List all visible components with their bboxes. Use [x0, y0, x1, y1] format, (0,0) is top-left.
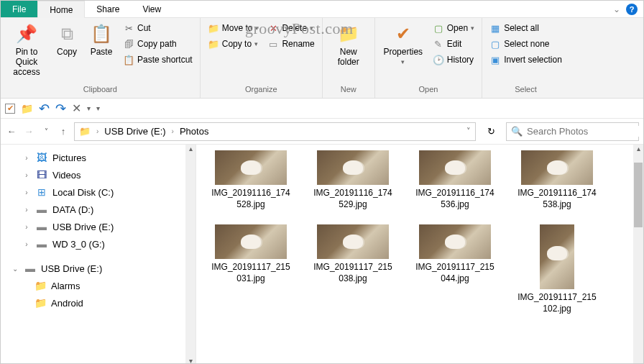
select-none-icon: ▢	[489, 38, 501, 50]
help-icon[interactable]: ?	[626, 4, 638, 15]
nav-item-label: Local Disk (C:)	[52, 187, 114, 198]
new-folder-button[interactable]: 📁 New folder	[327, 21, 370, 68]
qat-customize-icon[interactable]: ▾	[96, 104, 100, 112]
group-clipboard-label: Clipboard	[5, 83, 196, 95]
nav-item[interactable]: ›🎞Videos	[2, 166, 194, 183]
file-item[interactable]: IMG_20191116_174538.jpg	[517, 150, 597, 210]
nav-item[interactable]: ›▬DATA (D:)	[2, 201, 194, 218]
select-all-button[interactable]: ▦ Select all	[487, 21, 565, 35]
qat-redo-icon[interactable]: ↷	[55, 101, 66, 117]
file-item[interactable]: IMG_20191117_215044.jpg	[415, 224, 495, 314]
address-dropdown-icon[interactable]: ˅	[466, 127, 471, 136]
collapse-ribbon-icon[interactable]: ⌄	[613, 4, 620, 14]
nav-scrollbar[interactable]: ▴ ▾	[185, 145, 196, 364]
breadcrumb-drive[interactable]: USB Drive (E:)	[104, 126, 165, 137]
paste-label: Paste	[91, 47, 113, 57]
invert-label: Invert selection	[504, 55, 562, 65]
expand-icon[interactable]: ›	[22, 206, 31, 214]
chevron-right-icon[interactable]: ›	[96, 127, 98, 135]
search-input[interactable]	[527, 126, 644, 137]
tab-home[interactable]: Home	[37, 1, 85, 18]
expand-icon[interactable]: ›	[22, 223, 31, 231]
rename-label: Rename	[282, 39, 314, 49]
file-thumbnail	[215, 150, 287, 185]
history-button[interactable]: 🕑 History	[430, 53, 477, 67]
edit-icon: ✎	[433, 38, 444, 50]
nav-item-label: USB Drive (E:)	[52, 222, 114, 232]
expand-icon[interactable]: ›	[22, 188, 31, 196]
new-folder-label: New folder	[328, 47, 369, 67]
file-thumbnail	[215, 224, 287, 259]
group-select-label: Select	[487, 83, 565, 95]
forward-button[interactable]: →	[22, 125, 35, 138]
scrollbar-thumb[interactable]	[634, 163, 643, 227]
scroll-down-icon[interactable]: ▾	[189, 357, 193, 364]
file-thumbnail	[419, 150, 491, 185]
expand-icon[interactable]: ⌄	[11, 265, 19, 273]
qat-folder-icon[interactable]: 📁	[21, 103, 33, 114]
refresh-button[interactable]: ↻	[480, 122, 502, 141]
file-name-label: IMG_20191116_174529.jpg	[313, 188, 393, 210]
group-open-label: Open	[380, 83, 477, 95]
quick-access-toolbar: ✔ 📁 ↶ ↷ ✕ ▾ ▾	[1, 99, 643, 119]
paste-button[interactable]: 📋 Paste	[86, 21, 117, 58]
file-item[interactable]: IMG_20191117_215031.jpg	[211, 224, 291, 314]
copy-path-button[interactable]: 🗐 Copy path	[120, 37, 196, 51]
file-item[interactable]: IMG_20191116_174528.jpg	[211, 150, 291, 210]
qat-dropdown-icon[interactable]: ▾	[87, 104, 91, 112]
recent-locations-button[interactable]: ˅	[40, 125, 52, 138]
nav-item[interactable]: ›🖼Pictures	[2, 149, 194, 166]
copy-icon: ⧉	[55, 22, 78, 45]
invert-selection-button[interactable]: ▣ Invert selection	[487, 53, 565, 67]
file-name-label: IMG_20191116_174538.jpg	[517, 188, 597, 210]
nav-subfolder[interactable]: 📁Alarms	[2, 277, 194, 294]
breadcrumb-folder[interactable]: Photos	[180, 126, 208, 137]
content-scrollbar[interactable]: ▴	[633, 145, 643, 364]
cut-icon: ✂	[123, 22, 134, 34]
copy-to-button[interactable]: 📁 Copy to ▾	[205, 37, 262, 51]
qat-undo-icon[interactable]: ↶	[39, 101, 50, 117]
cut-button[interactable]: ✂ Cut	[120, 21, 196, 35]
file-item[interactable]: IMG_20191116_174536.jpg	[415, 150, 495, 210]
back-button[interactable]: ←	[5, 125, 18, 138]
expand-icon[interactable]: ›	[22, 171, 31, 179]
select-none-button[interactable]: ▢ Select none	[487, 37, 565, 51]
qat-delete-icon[interactable]: ✕	[72, 101, 81, 115]
pin-label: Pin to Quick access	[6, 47, 47, 77]
delete-icon: ✕	[267, 22, 279, 34]
tab-view[interactable]: View	[131, 1, 172, 17]
address-bar[interactable]: 📁 › USB Drive (E:) › Photos ˅	[74, 122, 476, 141]
scroll-up-icon[interactable]: ▴	[189, 145, 193, 153]
drive-icon: 📁	[79, 126, 91, 137]
file-item[interactable]: IMG_20191117_215102.jpg	[517, 224, 597, 314]
nav-item[interactable]: ›⊞Local Disk (C:)	[2, 183, 194, 201]
disk-icon: ▬	[35, 220, 48, 233]
paste-shortcut-button[interactable]: 📋 Paste shortcut	[120, 53, 196, 67]
nav-drive-root[interactable]: ⌄ ▬ USB Drive (E:)	[2, 260, 194, 277]
expand-icon[interactable]: ›	[22, 154, 31, 162]
group-open: ✔ Properties ▾ ▢ Open ▾ ✎ Edit 🕑 History	[375, 18, 482, 98]
pin-to-quick-access-button[interactable]: 📌 Pin to Quick access	[5, 21, 48, 78]
open-button[interactable]: ▢ Open ▾	[430, 21, 477, 35]
tab-share[interactable]: Share	[85, 1, 131, 17]
qat-checkbox-icon[interactable]: ✔	[5, 104, 15, 114]
up-button[interactable]: ↑	[57, 125, 70, 138]
move-to-button[interactable]: 📁 Move to ▾	[205, 21, 262, 35]
file-item[interactable]: IMG_20191117_215038.jpg	[313, 224, 393, 314]
copy-button[interactable]: ⧉ Copy	[51, 21, 83, 58]
delete-button[interactable]: ✕ Delete ▾	[264, 21, 317, 35]
nav-item[interactable]: ›▬WD 3_0 (G:)	[2, 235, 194, 252]
rename-button[interactable]: ▭ Rename	[264, 37, 317, 51]
nav-subfolder[interactable]: 📁Android	[2, 294, 194, 311]
nav-item[interactable]: ›▬USB Drive (E:)	[2, 218, 194, 235]
search-box[interactable]: 🔍	[506, 122, 639, 141]
expand-icon[interactable]: ›	[22, 240, 31, 248]
nav-item-label: DATA (D:)	[52, 204, 93, 215]
file-item[interactable]: IMG_20191116_174529.jpg	[313, 150, 393, 210]
properties-button[interactable]: ✔ Properties ▾	[380, 21, 427, 67]
chevron-right-icon[interactable]: ›	[172, 127, 174, 135]
edit-button[interactable]: ✎ Edit	[430, 37, 477, 51]
pictures-icon: 🖼	[35, 151, 48, 164]
scroll-up-icon[interactable]: ▴	[637, 145, 640, 153]
tab-file[interactable]: File	[1, 1, 37, 17]
